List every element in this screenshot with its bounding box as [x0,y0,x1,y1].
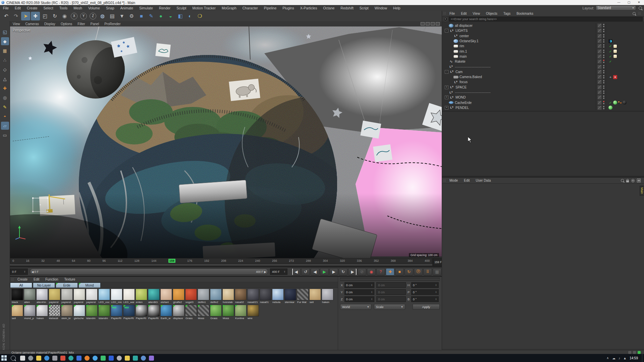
tweak-mode-icon[interactable]: ✎ [1,103,9,111]
material-thumbnail[interactable] [24,289,36,300]
material-thumbnail[interactable] [61,305,73,316]
expand-toggle[interactable]: + [445,85,448,89]
material[interactable]: enten [135,288,148,304]
material-thumbnail[interactable] [86,305,98,316]
layer-toggle-icon[interactable] [597,85,602,89]
phong-tag[interactable] [613,101,617,105]
menu-item[interactable]: Select [41,6,56,10]
object-row-cacheerde[interactable]: CacheErde [442,100,644,105]
volume-tray-icon[interactable]: ♪ [619,356,620,360]
visibility-toggles[interactable] [596,79,606,84]
viewport-menu-item[interactable]: View [10,22,23,26]
object-row-camera-baked[interactable]: Camera.Baked [442,74,644,79]
material-thumbnail[interactable] [284,289,296,300]
taskbar-app-icon[interactable] [36,356,41,361]
taskbar-app-icon[interactable] [125,356,130,361]
material-thumbnail[interactable] [297,289,309,300]
viewport-menu-item[interactable]: ProRender [102,22,123,26]
rotation-field[interactable]: 0 °⇕ [411,289,439,295]
menu-item[interactable]: Edit [12,6,24,10]
object-row-pendel[interactable]: + PENDEL [442,105,644,110]
spinner-icon[interactable]: ⇕ [435,298,437,301]
visibility-toggles[interactable] [596,49,606,54]
material-thumbnail[interactable] [160,289,172,300]
material-thumbnail[interactable] [173,305,184,316]
maximize-button[interactable]: ▢ [624,0,634,5]
viewport-menu-item[interactable]: Options [58,22,75,26]
key-scale-button[interactable]: ■ [395,268,404,276]
network-tray-icon[interactable]: ▲ [623,356,627,360]
material[interactable]: nasa01 [259,288,272,304]
object-label[interactable]: main [460,55,467,58]
expand-toggle[interactable]: - [445,70,448,74]
material-layer-tab[interactable]: Mond [78,283,101,288]
taskbar-app-icon[interactable] [117,356,122,361]
autokey-button[interactable]: ? [376,268,385,276]
menu-item[interactable]: File [0,6,12,10]
search-icon[interactable] [639,6,642,10]
object-search-input[interactable]: <<Enter your search string here>> [449,17,643,21]
viewport-menu-item[interactable]: Panel [88,22,102,26]
menu-item[interactable]: Script [357,6,372,10]
material[interactable]: klebestr [48,304,61,320]
taskbar-app-icon[interactable] [60,356,65,361]
spline-pen-icon[interactable]: ✎ [147,12,156,20]
spinner-icon[interactable]: ⇕ [22,270,26,273]
rotation-field[interactable]: 0 °⇕ [411,296,439,302]
object-row-mond[interactable]: + MOND [442,95,644,100]
edges-mode-icon[interactable]: ◇ [1,65,9,73]
range-slider-start-grip[interactable]: ◀ 0 F [32,270,39,274]
visibility-toggles[interactable] [596,64,606,69]
material[interactable]: papierst [86,288,98,304]
taskbar-app-icon[interactable] [133,356,138,361]
timeline-tick[interactable]: 16 [26,259,30,262]
material-thumbnail[interactable] [185,289,197,300]
goto-end-button[interactable]: ▶ [348,268,357,276]
visibility-toggles[interactable] [596,59,606,64]
menu-item[interactable]: Plugins [279,6,297,10]
expand-toggle[interactable] [449,35,452,38]
prev-frame-button[interactable]: ◀ [311,268,319,276]
menu-item[interactable]: Sculpt [173,6,189,10]
environment-icon[interactable]: ◐ [185,12,195,20]
expand-toggle[interactable] [449,50,452,53]
material[interactable]: giraffe2 [172,288,185,304]
phong-tag[interactable] [608,106,612,110]
menu-item[interactable]: Character [239,6,261,10]
layer-toggle-icon[interactable] [597,23,602,28]
menu-item[interactable]: Render [156,6,173,10]
crosshair-tag[interactable] [608,75,612,79]
show-desktop-button[interactable] [642,354,644,362]
menu-item[interactable]: Window [372,6,390,10]
material-thumbnail[interactable] [11,305,23,316]
material-layer-tab[interactable]: All [10,283,32,288]
layer-toggle-icon[interactable] [597,95,602,100]
material[interactable]: nasa021 [247,288,259,304]
taskbar-app-icon[interactable] [68,356,73,361]
target-icon[interactable] [631,179,635,182]
render-settings-icon[interactable]: ⚙ [127,12,136,20]
main-layout-tab[interactable]: Main [640,186,644,196]
layer-toggle-icon[interactable] [597,65,602,69]
visibility-dots[interactable] [603,60,604,63]
material[interactable]: gletsche [73,304,86,320]
polygons-mode-icon[interactable]: △ [1,75,9,83]
workplane-icon[interactable]: ▱ [1,122,9,130]
timeline-tick[interactable]: 320 [340,259,345,262]
material-thumbnail[interactable] [11,289,23,300]
object-row-all-displacer[interactable]: all displacer [442,23,644,28]
material[interactable]: mond_p [23,304,36,320]
visibility-dots[interactable] [603,101,604,105]
object-label[interactable]: Camera.Baked [460,75,482,79]
menu-item[interactable]: Create [24,6,41,10]
timeline-tick[interactable]: 32 [41,259,45,262]
menu-item[interactable]: MoGraph [219,6,239,10]
taskbar-app-icon[interactable] [101,356,106,361]
visibility-dots[interactable] [603,24,604,27]
layer-toggle-icon[interactable] [597,90,602,95]
render-picture-viewer-icon[interactable]: ▼ [117,12,126,20]
material[interactable]: PapierRi [123,304,135,320]
move-icon[interactable]: ✚ [31,12,40,20]
light-tool-icon[interactable]: ❍ [195,12,204,20]
timeline-tick[interactable]: 352 [374,259,379,262]
